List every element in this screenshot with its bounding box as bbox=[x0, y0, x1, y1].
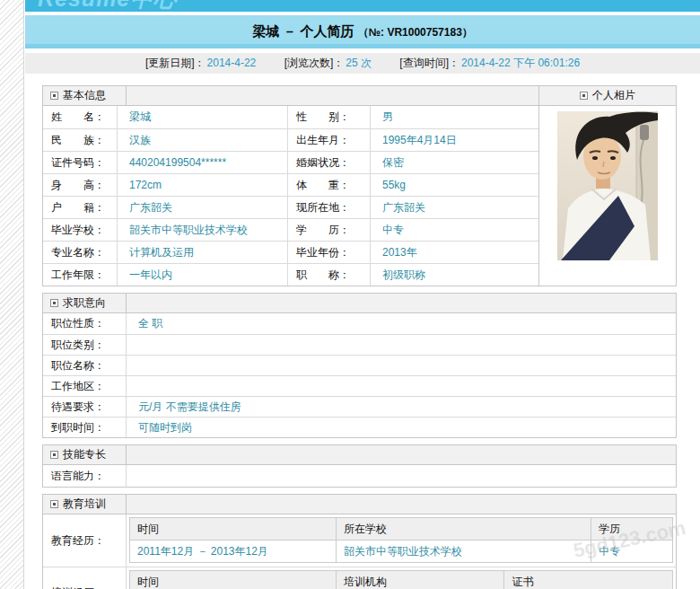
section-marker-icon bbox=[50, 500, 58, 508]
section-title: 基本信息 bbox=[63, 88, 106, 103]
table-row: 工作年限： 一年以内 职 称： 初级职称 bbox=[43, 263, 538, 286]
field-label: 出生年月： bbox=[288, 129, 371, 151]
meta-update-date-value: 2014-4-22 bbox=[207, 57, 257, 69]
table-row: 工作地区： bbox=[43, 375, 676, 396]
field-value: 汉族 bbox=[118, 129, 288, 151]
table-cell: 中专 bbox=[591, 541, 673, 563]
table-header-row: 时间 所在学校 学历 bbox=[130, 518, 673, 541]
column-header: 学历 bbox=[591, 518, 673, 541]
field-value bbox=[127, 465, 676, 487]
section-title: 技能专长 bbox=[63, 447, 106, 462]
field-value: 初级职称 bbox=[371, 264, 538, 286]
field-value: 1995年4月14日 bbox=[371, 129, 538, 151]
table-row: 证件号码： 440204199504****** 婚姻状况： 保密 bbox=[43, 151, 538, 173]
table-cell: 2011年12月 － 2013年12月 bbox=[130, 541, 337, 563]
field-label: 学 历： bbox=[288, 219, 371, 241]
meta-query-time: [查询时间]：2014-4-22 下午 06:01:26 bbox=[399, 57, 580, 69]
photo-panel-header: 个人相片 bbox=[539, 86, 676, 106]
field-value: 保密 bbox=[371, 152, 538, 173]
page-background-stripes bbox=[0, 0, 24, 589]
meta-update-date-label: [更新日期]： bbox=[145, 57, 206, 69]
photo-panel-title: 个人相片 bbox=[592, 88, 635, 103]
section-basic-info: 基本信息 姓 名： 梁城 性 别： 男 民 族： 汉族 出生年月： 1995年4… bbox=[42, 85, 677, 286]
portrait-photo-image bbox=[557, 111, 658, 260]
table-row: 语言能力： bbox=[43, 465, 676, 487]
education-header: 教育培训 bbox=[43, 495, 676, 514]
section-marker-icon bbox=[50, 92, 58, 100]
field-value: 梁城 bbox=[118, 106, 288, 128]
field-label: 毕业年份： bbox=[288, 242, 371, 263]
resume-body: 基本信息 姓 名： 梁城 性 别： 男 民 族： 汉族 出生年月： 1995年4… bbox=[42, 85, 677, 589]
table-cell: 韶关市中等职业技术学校 bbox=[336, 541, 591, 563]
table-row: 专业名称： 计算机及运用 毕业年份： 2013年 bbox=[43, 241, 538, 263]
basic-info-header: 基本信息 bbox=[43, 86, 538, 106]
field-label: 专业名称： bbox=[43, 242, 118, 263]
field-label: 性 别： bbox=[288, 106, 371, 128]
field-label: 到职时间： bbox=[43, 418, 127, 437]
field-label: 体 重： bbox=[288, 174, 371, 196]
field-label: 姓 名： bbox=[43, 106, 118, 128]
field-label: 现所在地： bbox=[288, 197, 371, 218]
section-education: 教育培训 教育经历： 时间 所在学校 学历 2011年12月 － 2013年12 bbox=[42, 494, 677, 589]
section-marker-icon bbox=[50, 451, 58, 459]
field-label: 语言能力： bbox=[43, 465, 127, 487]
field-label: 毕业学校： bbox=[43, 219, 118, 241]
field-value: 广东韶关 bbox=[118, 197, 288, 218]
portrait-photo bbox=[539, 106, 676, 260]
table-header-row: 时间 培训机构 证书 bbox=[130, 571, 673, 589]
table-row: 待遇要求： 元/月 不需要提供住房 bbox=[43, 396, 676, 417]
table-row: 民 族： 汉族 出生年月： 1995年4月14日 bbox=[43, 128, 538, 151]
field-label: 培训经历： bbox=[43, 567, 127, 589]
section-title: 求职意向 bbox=[63, 295, 106, 311]
field-value: 中专 bbox=[371, 219, 538, 241]
field-label: 职位名称： bbox=[43, 356, 127, 375]
column-header: 时间 bbox=[130, 571, 337, 589]
table-row: 身 高： 172cm 体 重： 55kg bbox=[43, 173, 538, 196]
table-row: 姓 名： 梁城 性 别： 男 bbox=[43, 106, 538, 128]
photo-panel: 个人相片 bbox=[538, 86, 676, 286]
field-value bbox=[127, 356, 676, 375]
field-value bbox=[127, 335, 676, 355]
resume-title: 梁城 － 个人简历 bbox=[252, 23, 354, 39]
section-job-intention: 求职意向 职位性质： 全 职 职位类别： 职位名称： 工作地区： 待遇要求： bbox=[42, 293, 677, 438]
column-header: 所在学校 bbox=[336, 518, 591, 541]
field-value: 2013年 bbox=[371, 242, 538, 263]
basic-info-table: 基本信息 姓 名： 梁城 性 别： 男 民 族： 汉族 出生年月： 1995年4… bbox=[43, 86, 538, 286]
section-skills: 技能专长 语言能力： bbox=[42, 444, 677, 488]
column-header: 证书 bbox=[504, 571, 673, 589]
page-content: Resume中心 梁城 － 个人简历 （№: VR1000757183） [更新… bbox=[25, 0, 700, 589]
table-row: 户 籍： 广东韶关 现所在地： 广东韶关 bbox=[43, 196, 538, 218]
field-value: 广东韶关 bbox=[371, 197, 538, 218]
site-logo-text: Resume中心 bbox=[38, 0, 177, 12]
section-title: 教育培训 bbox=[63, 497, 106, 512]
training-experience-table: 时间 培训机构 证书 bbox=[129, 570, 673, 589]
field-value: 一年以内 bbox=[118, 264, 288, 286]
table-row: 职位类别： bbox=[43, 334, 676, 355]
field-label: 职 称： bbox=[288, 264, 371, 286]
field-value: 全 职 bbox=[127, 313, 676, 334]
field-label: 身 高： bbox=[43, 174, 118, 196]
meta-update-date: [更新日期]：2014-4-22 bbox=[145, 57, 256, 69]
field-label: 教育经历： bbox=[43, 514, 127, 567]
resume-number: （№: VR1000757183） bbox=[358, 26, 473, 39]
field-label: 职位性质： bbox=[43, 313, 127, 334]
field-label: 民 族： bbox=[43, 129, 118, 151]
meta-view-count-label: [浏览次数]： bbox=[284, 57, 345, 69]
meta-view-count: [浏览次数]：25 次 bbox=[284, 57, 372, 69]
table-row: 2011年12月 － 2013年12月 韶关市中等职业技术学校 中专 bbox=[130, 541, 673, 563]
meta-view-count-value: 25 次 bbox=[346, 57, 372, 69]
column-header: 时间 bbox=[130, 518, 337, 541]
meta-query-time-label: [查询时间]： bbox=[399, 57, 459, 69]
field-label: 工作年限： bbox=[43, 264, 118, 286]
field-label: 工作地区： bbox=[43, 376, 127, 396]
education-experience-row: 教育经历： 时间 所在学校 学历 2011年12月 － 2013年12月 韶关市… bbox=[43, 514, 676, 567]
meta-bar: [更新日期]：2014-4-22 [浏览次数]：25 次 [查询时间]：2014… bbox=[25, 53, 700, 74]
field-value: 可随时到岗 bbox=[127, 418, 676, 437]
field-label: 婚姻状况： bbox=[288, 152, 371, 173]
section-marker-icon bbox=[50, 299, 58, 307]
skills-header: 技能专长 bbox=[43, 445, 676, 465]
table-row: 到职时间： 可随时到岗 bbox=[43, 417, 676, 437]
education-experience-table: 时间 所在学校 学历 2011年12月 － 2013年12月 韶关市中等职业技术… bbox=[129, 517, 673, 563]
meta-query-time-value: 2014-4-22 下午 06:01:26 bbox=[461, 57, 580, 69]
job-intention-header: 求职意向 bbox=[43, 294, 676, 313]
